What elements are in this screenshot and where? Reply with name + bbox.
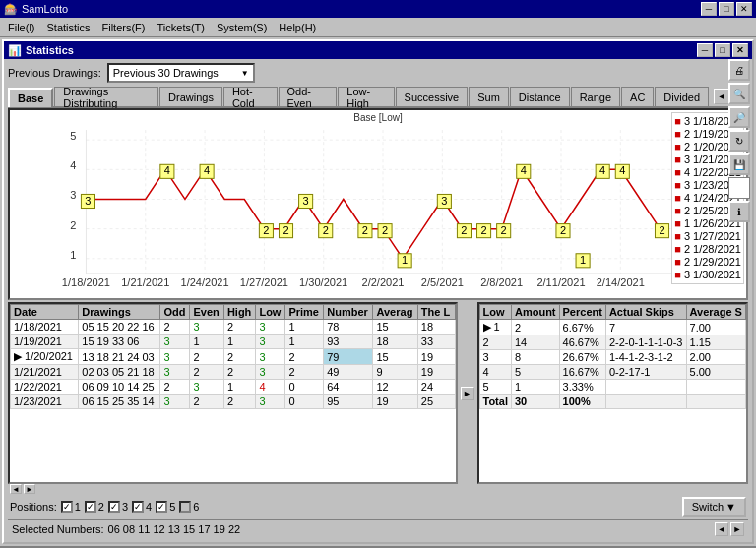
save-button[interactable]: 💾: [728, 153, 750, 175]
main-table-wrapper[interactable]: Date Drawings Odd Even High Low Prime Nu…: [8, 302, 458, 484]
pos-6-checkbox[interactable]: [179, 501, 191, 513]
pos-1-label: 1: [75, 501, 81, 513]
table-row[interactable]: 1/19/2021 15 19 33 06 3 1 1 3 1 93 18 33: [11, 335, 456, 349]
table-row[interactable]: 1/22/2021 06 09 10 14 25 2 3 1 4 0 64 12…: [11, 380, 456, 395]
chart-svg: 5 4 3 2 1: [10, 110, 746, 298]
zoom-out-button[interactable]: 🔎: [728, 106, 750, 128]
maximize-button[interactable]: □: [719, 2, 734, 16]
print-button[interactable]: 🖨: [728, 59, 750, 81]
tab-sum[interactable]: Sum: [469, 87, 509, 106]
dropdown-arrow-icon: ▼: [241, 69, 249, 78]
tab-successive[interactable]: Successive: [396, 87, 469, 106]
tab-range[interactable]: Range: [571, 87, 620, 106]
stats-table-row[interactable]: Total 30 100%: [479, 395, 746, 409]
tab-low-high[interactable]: Low-High: [338, 87, 394, 106]
svg-text:2: 2: [501, 224, 507, 236]
col-the-l: The L: [417, 305, 455, 320]
menu-tickets[interactable]: Tickets(T): [152, 20, 211, 35]
scroll-right-arrow[interactable]: ►: [24, 484, 35, 494]
positions-row: Positions: ✓ 1 ✓ 2 ✓ 3 ✓ 4 ✓: [8, 494, 748, 519]
tables-container: Date Drawings Odd Even High Low Prime Nu…: [8, 302, 748, 484]
svg-text:1: 1: [70, 249, 76, 261]
tab-base[interactable]: Base: [8, 88, 53, 107]
tab-drawings-distributing[interactable]: Drawings Distributing: [54, 87, 158, 106]
pos-5-checkbox[interactable]: ✓: [156, 501, 167, 513]
svg-text:4: 4: [521, 164, 527, 176]
stats-minimize-button[interactable]: ─: [697, 43, 713, 57]
pos-5-label: 5: [169, 501, 175, 513]
pos-1-checkbox-container: ✓ 1: [61, 501, 81, 513]
col-amount: Amount: [511, 305, 559, 320]
pos-3-checkbox[interactable]: ✓: [108, 501, 120, 513]
positions-label: Positions:: [10, 501, 57, 513]
info-button[interactable]: ℹ: [728, 201, 750, 222]
prev-drawings-dropdown[interactable]: Previous 30 Drawings ▼: [107, 63, 255, 83]
pos-4-checkbox[interactable]: ✓: [132, 501, 144, 513]
minimize-button[interactable]: ─: [701, 2, 717, 16]
chart-area: Base [Low] 5 4 3 2 1: [8, 108, 748, 300]
tab-prev-button[interactable]: ◄: [714, 89, 729, 104]
col-prime: Prime: [285, 305, 324, 320]
stats-table-wrapper[interactable]: Low Amount Percent Actual Skips Average …: [477, 302, 749, 484]
selected-numbers-value: 06 08 11 12 13 15 17 19 22: [108, 523, 241, 535]
svg-text:2: 2: [263, 224, 269, 236]
menu-help[interactable]: Help(H): [273, 20, 322, 35]
stats-window-icon: 📊: [8, 44, 22, 57]
svg-text:2/2/2021: 2/2/2021: [362, 276, 405, 288]
tab-ac[interactable]: AC: [621, 87, 654, 106]
table-row[interactable]: 1/18/2021 05 15 20 22 16 2 3 2 3 1 78 15…: [11, 320, 456, 335]
svg-text:4: 4: [70, 159, 76, 171]
stats-table-row[interactable]: 5 1 3.33%: [479, 380, 746, 395]
menu-file[interactable]: File(l): [2, 20, 41, 35]
svg-text:2/14/2021: 2/14/2021: [597, 276, 645, 288]
stats-close-button[interactable]: ✕: [732, 43, 748, 57]
pos-4-checkbox-container: ✓ 4: [132, 501, 152, 513]
table-row[interactable]: ▶ 1/20/2021 13 18 21 24 03 3 2 2 3 2 79 …: [11, 349, 456, 365]
pos-6-checkbox-container: 6: [179, 501, 199, 513]
refresh-button[interactable]: ↻: [728, 130, 750, 152]
selected-scroll-left[interactable]: ◄: [715, 522, 728, 536]
color-button[interactable]: [728, 177, 750, 199]
menu-statistics[interactable]: Statistics: [41, 20, 96, 35]
zoom-in-button[interactable]: 🔍: [728, 83, 750, 104]
tab-distance[interactable]: Distance: [510, 87, 570, 106]
menu-system[interactable]: System(S): [211, 20, 273, 35]
tab-odd-even[interactable]: Odd-Even: [279, 87, 338, 106]
svg-text:2: 2: [362, 224, 368, 236]
tab-hot-cold[interactable]: Hot-Cold: [223, 87, 278, 106]
scroll-left-arrow[interactable]: ◄: [10, 484, 22, 494]
menu-bar: File(l) Statistics Filters(F) Tickets(T)…: [0, 18, 756, 37]
pos-2-checkbox[interactable]: ✓: [85, 501, 96, 513]
svg-text:1/27/2021: 1/27/2021: [240, 276, 288, 288]
selected-scroll-right[interactable]: ►: [730, 522, 744, 536]
pos-4-label: 4: [146, 501, 152, 513]
tab-divided[interactable]: Divided: [655, 87, 709, 106]
prev-drawings-value: Previous 30 Drawings: [113, 67, 219, 79]
svg-text:1: 1: [580, 254, 586, 266]
tab-drawings[interactable]: Drawings: [159, 87, 222, 106]
stats-table-row[interactable]: 2 14 46.67% 2-2-0-1-1-1-0-3 1.15: [479, 335, 746, 350]
svg-text:2: 2: [323, 224, 329, 236]
svg-text:1/24/2021: 1/24/2021: [181, 276, 229, 288]
scroll-right-button[interactable]: ►: [461, 387, 474, 400]
svg-text:3: 3: [441, 195, 447, 207]
close-button[interactable]: ✕: [736, 2, 752, 16]
stats-table-row[interactable]: 3 8 26.67% 1-4-1-2-3-1-2 2.00: [479, 350, 746, 365]
svg-text:4: 4: [204, 164, 210, 176]
svg-text:2/11/2021: 2/11/2021: [536, 276, 585, 288]
switch-button[interactable]: Switch ▼: [682, 497, 746, 517]
prev-drawings-label: Previous Drawings:: [8, 67, 101, 79]
table-row[interactable]: 1/21/2021 02 03 05 21 18 3 2 2 3 2 49 9 …: [11, 365, 456, 380]
stats-table-row[interactable]: ▶ 1 2 6.67% 7 7.00: [479, 320, 746, 335]
svg-text:4: 4: [599, 164, 605, 176]
pos-1-checkbox[interactable]: ✓: [61, 501, 73, 513]
app-title: SamLotto: [22, 3, 68, 15]
svg-text:5: 5: [70, 130, 76, 142]
app-title-bar: 🎰 SamLotto ─ □ ✕: [0, 0, 756, 18]
stats-table-row[interactable]: 4 5 16.67% 0-2-17-1 5.00: [479, 365, 746, 380]
stats-maximize-button[interactable]: □: [715, 43, 730, 57]
svg-text:4: 4: [619, 164, 625, 176]
pos-3-checkbox-container: ✓ 3: [108, 501, 128, 513]
table-row[interactable]: 1/23/2021 06 15 25 35 14 3 2 2 3 0 95 19…: [11, 395, 456, 409]
menu-filters[interactable]: Filters(F): [96, 20, 152, 35]
